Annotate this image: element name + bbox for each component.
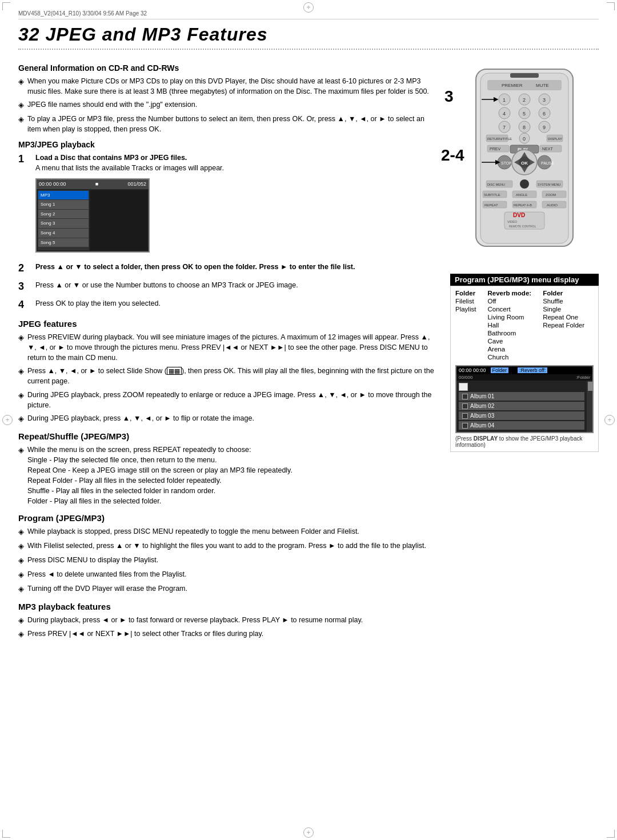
mp3-pb-bullet-1-text: During playback, press ◄ or ► to fast fo…: [27, 615, 363, 626]
menu-item-song2: Song 2: [38, 210, 89, 219]
program-bullet-sym-5: ◈: [18, 584, 24, 595]
remote-svg: PREMIER MUTE 1 2 3 4 5: [470, 66, 579, 255]
svg-point-51: [520, 179, 529, 189]
mp3-pb-bullet-2-text: Press PREV |◄◄ or NEXT ►►| to select oth…: [27, 629, 263, 640]
col3-single: Single: [543, 306, 584, 313]
bullet-symbol-3: ◈: [18, 114, 24, 134]
svg-rect-2: [510, 73, 539, 78]
reg-mark-right: [604, 415, 615, 425]
svg-text:STOP: STOP: [501, 161, 512, 165]
svg-text:9: 9: [543, 125, 546, 130]
jpeg-bullet-1-text: Press PREVIEW during playback. You will …: [27, 332, 436, 363]
svg-text:8: 8: [523, 125, 526, 130]
prog-menu-top-time: 00:00 00:00: [459, 367, 486, 373]
col2-church: Church: [487, 354, 531, 361]
jpeg-bullet-1: ◈ Press PREVIEW during playback. You wil…: [18, 332, 436, 363]
prog-album-02-text: Album 02: [470, 403, 494, 409]
svg-text:DISC MENU: DISC MENU: [487, 183, 505, 186]
prog-scrollbar-thumb[interactable]: [588, 382, 594, 391]
prog-album-04-text: Album 04: [470, 422, 494, 429]
program-bullet-2: ◈ With Filelist selected, press ▲ or ▼ t…: [18, 541, 436, 552]
svg-rect-3: [487, 80, 562, 90]
col3-repeat-folder: Repeat Folder: [543, 322, 584, 329]
step-2-num: 2: [18, 261, 31, 275]
col1-item-filelist: Filelist: [455, 298, 476, 305]
main-content: General Information on CD-R and CD-RWs ◈…: [18, 58, 599, 643]
program-bullet-3-text: Press DISC MENU to display the Playlist.: [27, 555, 158, 566]
prog-menu-sub: 00/000 :Folder: [456, 374, 592, 381]
svg-text:REPEAT A-B: REPEAT A-B: [514, 203, 532, 207]
menu-thumb-top-right: ■: [95, 181, 98, 188]
general-bullet-1-text: When you make Picture CDs or MP3 CDs to …: [27, 76, 436, 97]
col2-cave: Cave: [487, 338, 531, 345]
prog-menu-scroll-area: Album 01 Album 02 Album 03: [456, 381, 592, 432]
svg-text:DVD: DVD: [513, 212, 525, 218]
svg-text:0: 0: [523, 136, 526, 142]
reg-mark-left: [2, 415, 13, 425]
reg-mark-top: [303, 2, 314, 13]
col2-bathroom: Bathroom: [487, 330, 531, 337]
bullet-symbol-1: ◈: [18, 77, 24, 97]
jpeg-bullet-sym-1: ◈: [18, 333, 24, 363]
step-3: 3 Press ▲ or ▼ or use the Number buttons…: [18, 280, 436, 294]
mp3-pb-bullet-2: ◈ Press PREV |◄◄ or NEXT ►►| to select o…: [18, 629, 436, 640]
menu-item-song4: Song 4: [38, 229, 89, 238]
svg-text:DISPLAY: DISPLAY: [548, 137, 562, 141]
program-bullet-2-text: With Filelist selected, press ▲ or ▼ to …: [27, 541, 426, 552]
title-rule: [18, 49, 599, 50]
menu-thumb-right: [90, 190, 147, 250]
mp3-jpeg-playback-title: MP3/JPEG playback: [18, 140, 436, 149]
step-4-text: Press OK to play the item you selected.: [35, 299, 161, 307]
bullet-symbol-2: ◈: [18, 100, 24, 111]
left-column: General Information on CD-R and CD-RWs ◈…: [18, 58, 436, 643]
program-bullet-5: ◈ Turning off the DVD Player will erase …: [18, 583, 436, 595]
svg-text:6: 6: [543, 111, 546, 117]
program-display-body: Folder Filelist Playlist Reverb mode: Of…: [450, 286, 599, 452]
prog-menu-folder-label: Folder: [491, 367, 509, 373]
step-3-text: Press ▲ or ▼ or use the Number buttons t…: [35, 281, 298, 289]
menu-item-mp3: MP3: [38, 191, 89, 200]
general-bullet-1: ◈ When you make Picture CDs or MP3 CDs t…: [18, 76, 436, 97]
svg-text:2: 2: [523, 97, 526, 103]
col2-living: Living Room: [487, 314, 531, 321]
crop-mark-tr: [607, 2, 615, 10]
program-col-3: Folder Shuffle Single Repeat One Repeat …: [543, 290, 584, 361]
col2-concert: Concert: [487, 306, 531, 313]
step-2-text: Press ▲ or ▼ to select a folder, then pr…: [35, 263, 355, 271]
program-bullet-sym-3: ◈: [18, 555, 24, 566]
callout-3: 3: [444, 87, 454, 106]
program-cols: Folder Filelist Playlist Reverb mode: Of…: [455, 290, 594, 361]
program-bullet-sym-1: ◈: [18, 527, 24, 538]
jpeg-bullet-4-text: During JPEG playback, press ▲, ▼, ◄, or …: [27, 413, 254, 425]
svg-text:1: 1: [503, 97, 506, 103]
step-2: 2 Press ▲ or ▼ to select a folder, then …: [18, 262, 436, 275]
prog-album-03: Album 03: [459, 411, 584, 420]
prog-album-04: Album 04: [459, 421, 584, 430]
prog-menu-top: 00:00 00:00 Folder :Reverb off:: [456, 366, 592, 374]
program-title: Program (JPEG/MP3): [18, 513, 436, 523]
prog-album-01-box: [462, 394, 468, 399]
mp3-playback-title: MP3 playback features: [18, 602, 436, 611]
col1-item-playlist: Playlist: [455, 306, 476, 313]
prog-menu-reverb-label: :Reverb off:: [518, 367, 547, 373]
svg-text:4: 4: [503, 111, 506, 117]
jpeg-bullet-sym-4: ◈: [18, 414, 24, 425]
jpeg-bullet-3-text: During JPEG playback, press ZOOM repeate…: [27, 390, 436, 410]
program-bullet-5-text: Turning off the DVD Player will erase th…: [27, 583, 187, 595]
program-col-2: Reverb mode: Off Concert Living Room Hal…: [487, 290, 531, 361]
program-bullet-1-text: While playback is stopped, press DISC ME…: [27, 526, 359, 538]
menu-thumb-body: MP3 Song 1 Song 2 Song 3 Song 4 Song 5: [37, 189, 149, 251]
program-bullet-4-text: Press ◄ to delete unwanted files from th…: [27, 569, 186, 581]
jpeg-features-title: JPEG features: [18, 319, 436, 329]
repeat-bullet-1: ◈ While the menu is on the screen, press…: [18, 445, 436, 507]
menu-thumb-top-right2: 001/052: [127, 181, 146, 188]
step-4-num: 4: [18, 297, 31, 312]
step-1: 1 Load a Disc that contains MP3 or JPEG …: [18, 153, 436, 257]
program-col-1: Folder Filelist Playlist: [455, 290, 476, 361]
svg-text:ANGLE: ANGLE: [516, 193, 527, 197]
menu-item-song1: Song 1: [38, 200, 89, 209]
prog-menu-screen: 00:00 00:00 Folder :Reverb off: 00/000 :…: [455, 365, 594, 433]
prog-menu-sub-count: 00/000: [459, 375, 472, 380]
prog-scrollbar[interactable]: [587, 381, 592, 432]
right-column: 3 2-4 PREMIER MUTE 1: [450, 58, 599, 643]
